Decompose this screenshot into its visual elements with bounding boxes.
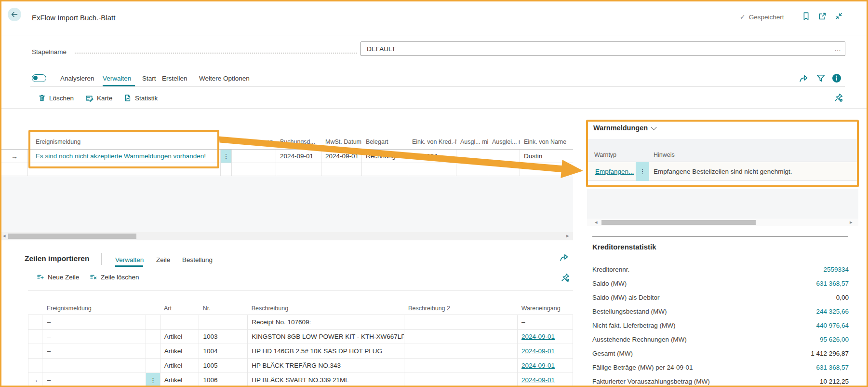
batch-name-input[interactable] xyxy=(361,41,845,56)
cell-wareneingang[interactable]: – xyxy=(518,315,573,330)
cell-wareneingang-link[interactable]: 2024-09-01 xyxy=(518,344,573,359)
info-icon[interactable] xyxy=(832,73,841,85)
column-art[interactable]: Art xyxy=(160,305,199,315)
cell-wareneingang-link[interactable]: 2024-09-01 xyxy=(518,330,573,344)
cell-art[interactable]: Artikel xyxy=(160,344,200,359)
column-ereignismeldung[interactable]: Ereignismeldung xyxy=(42,305,146,315)
column-beschreibung-2[interactable]: Beschreibung 2 xyxy=(404,305,518,315)
back-button[interactable] xyxy=(8,8,21,21)
row-menu-icon[interactable]: ⋮ xyxy=(146,373,160,387)
warntyp-link[interactable]: Empfangen... xyxy=(595,168,634,175)
share-icon[interactable] xyxy=(799,73,808,83)
cell-nr[interactable]: 1003 xyxy=(199,330,248,344)
tab-verwalten[interactable]: Verwalten xyxy=(103,75,131,82)
cell-beschreibung-2[interactable] xyxy=(404,373,517,387)
cell-art[interactable]: Artikel xyxy=(160,359,200,373)
column-warntyp[interactable]: Warntyp xyxy=(594,152,616,158)
warning-message-link[interactable]: Es sind noch nicht akzeptierte Warnmeldu… xyxy=(36,152,206,160)
cell-nr[interactable]: 1005 xyxy=(199,359,248,373)
open-in-new-window-icon[interactable] xyxy=(818,12,827,21)
row-menu-icon[interactable]: ⋮ xyxy=(221,150,232,163)
statistics-button[interactable]: Statistik xyxy=(124,94,158,102)
cell-ausgl-mit-belegart[interactable] xyxy=(456,150,488,163)
scroll-left-icon[interactable]: ◂ xyxy=(595,219,598,225)
stat-value-link[interactable]: 631 368,57 xyxy=(816,280,849,287)
line-row-selected[interactable]: → – ⋮ Artikel 1006 HP BLÄCK SVART NO.339… xyxy=(28,373,573,387)
warning-row[interactable]: Empfangen... ⋮ Empfangene Bestellzeilen … xyxy=(588,162,857,181)
cell-ereignismeldung[interactable]: – xyxy=(42,344,146,359)
cell-ereignismeldung[interactable]: – xyxy=(42,330,146,344)
warnings-horizontal-scrollbar[interactable]: ◂ ▸ xyxy=(587,219,858,226)
cell-beschreibung-2[interactable] xyxy=(404,330,517,344)
delete-button[interactable]: Löschen xyxy=(38,94,74,102)
cell-eink-von-kred-nr[interactable]: 2559334 xyxy=(408,150,456,163)
more-options-menu[interactable]: Weitere Optionen xyxy=(199,75,250,82)
cell-nr[interactable]: 1006 xyxy=(199,373,248,387)
journal-horizontal-scrollbar[interactable]: ◂ ▸ xyxy=(1,232,573,240)
column-ausgl-mit-belegart[interactable]: Ausgl... mit Belegart xyxy=(456,138,488,149)
cell-beschreibung[interactable]: HP HD 146GB 2.5# 10K SAS DP HOT PLUG xyxy=(248,344,404,359)
cell-art[interactable]: Artikel xyxy=(160,330,200,344)
cell-wareneingang-link[interactable]: 2024-09-01 xyxy=(518,373,573,387)
journal-row[interactable]: → Es sind noch nicht akzeptierte Warnmel… xyxy=(1,150,573,163)
cell-ausgl-mit-belegnr[interactable] xyxy=(488,150,520,163)
cell-wareneingang-link[interactable]: 2024-09-01 xyxy=(518,359,573,373)
column-beleg-sperren[interactable]: Beleg sperren xyxy=(232,138,276,149)
warning-row-menu-icon[interactable]: ⋮ xyxy=(636,162,649,181)
new-line-button[interactable]: Neue Zeile xyxy=(37,273,79,281)
column-wareneingang[interactable]: Wareneingang xyxy=(518,305,573,315)
stat-value-link[interactable]: 631 368,57 xyxy=(816,364,849,371)
cell-belegart[interactable]: Rechnung xyxy=(362,150,408,163)
column-beschreibung[interactable]: Beschreibung xyxy=(248,305,404,315)
cell-beleg-sperren[interactable] xyxy=(232,150,276,163)
cell-buchungsdatum[interactable]: 2024-09-01 xyxy=(276,150,321,163)
cell-eink-von-name[interactable]: Dustin xyxy=(520,150,573,163)
line-row[interactable]: – Artikel 1004 HP HD 146GB 2.5# 10K SAS … xyxy=(28,344,573,359)
assist-edit-icon[interactable]: … xyxy=(834,45,841,53)
column-eink-von-name[interactable]: Eink. von Name xyxy=(520,138,573,149)
cell-beschreibung[interactable]: KINGSTON 8GB LOW POWER KIT - KTH-XW667LP… xyxy=(248,330,404,344)
delete-line-button[interactable]: Zeile löschen xyxy=(90,273,139,281)
scroll-right-icon[interactable]: ▸ xyxy=(850,219,853,225)
cell-beschreibung-2[interactable] xyxy=(404,359,517,373)
lines-tab-verwalten[interactable]: Verwalten xyxy=(115,256,144,263)
cell-ereignismeldung[interactable]: – xyxy=(42,373,146,387)
column-buchungsdatum[interactable]: Buchungsd... xyxy=(276,138,321,149)
cell-beschreibung[interactable]: Receipt No. 107609: xyxy=(248,315,404,330)
warnings-panel-title[interactable]: Warnmeldungen xyxy=(593,124,656,132)
line-row[interactable]: – Receipt No. 107609: – xyxy=(28,315,573,330)
share-icon[interactable] xyxy=(559,252,569,262)
pin-pane-icon[interactable] xyxy=(561,273,570,282)
scroll-left-icon[interactable]: ◂ xyxy=(3,233,6,239)
scrollbar-thumb[interactable] xyxy=(601,220,756,225)
pin-pane-icon[interactable] xyxy=(834,93,843,102)
lines-tab-bestellung[interactable]: Bestellung xyxy=(182,256,213,263)
stat-value-link[interactable]: 2559334 xyxy=(823,266,849,273)
stat-value-link[interactable]: 95 626,00 xyxy=(820,336,849,343)
journal-empty-row[interactable] xyxy=(1,163,573,176)
column-ereignismeldung[interactable]: Ereignismeldung xyxy=(28,138,221,149)
tab-start[interactable]: Start xyxy=(142,75,156,82)
cell-ereignismeldung[interactable]: – xyxy=(42,315,146,330)
cell-beschreibung-2[interactable] xyxy=(404,315,517,330)
column-mwst-datum[interactable]: MwSt. Datum xyxy=(321,138,362,149)
filter-icon[interactable] xyxy=(816,73,826,83)
lines-tab-zeile[interactable]: Zeile xyxy=(156,256,170,263)
bookmark-icon[interactable] xyxy=(801,12,811,21)
card-button[interactable]: Karte xyxy=(85,94,112,102)
cell-nr[interactable]: 1004 xyxy=(199,344,248,359)
cell-nr[interactable] xyxy=(199,315,248,330)
scroll-right-icon[interactable]: ▸ xyxy=(566,233,569,239)
column-eink-von-kred-nr[interactable]: Eink. von Kred.-Nr. xyxy=(408,138,456,149)
scrollbar-thumb[interactable] xyxy=(8,234,136,239)
tab-erstellen[interactable]: Erstellen xyxy=(162,75,187,82)
column-nr[interactable]: Nr. xyxy=(199,305,248,315)
collapse-icon[interactable] xyxy=(834,12,843,21)
line-row[interactable]: – Artikel 1003 KINGSTON 8GB LOW POWER KI… xyxy=(28,330,573,344)
cell-art[interactable] xyxy=(160,315,200,330)
column-hinweis[interactable]: Hinweis xyxy=(654,152,675,158)
cell-ereignismeldung[interactable]: – xyxy=(42,359,146,373)
line-row[interactable]: – Artikel 1005 HP BLÄCK TREFÄRG NO.343 2… xyxy=(28,359,573,373)
cell-beschreibung[interactable]: HP BLÄCK SVART NO.339 21ML xyxy=(248,373,404,387)
cell-beschreibung-2[interactable] xyxy=(404,344,517,359)
